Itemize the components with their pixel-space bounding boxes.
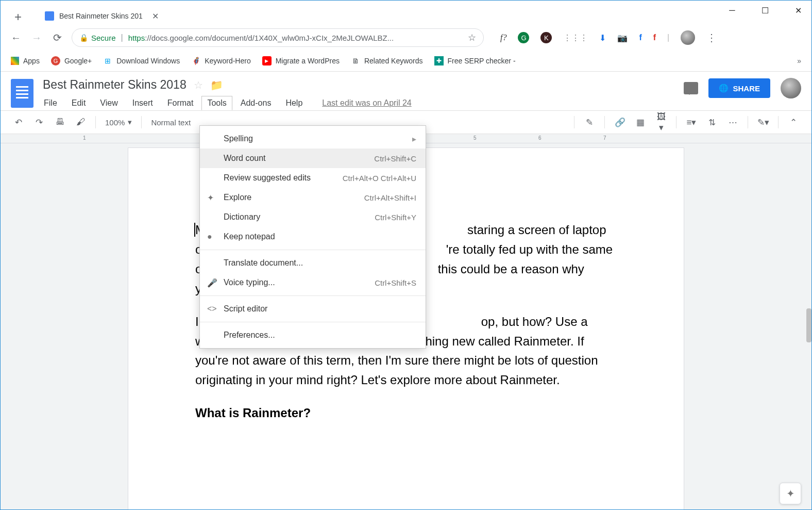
forward-button[interactable]: →: [30, 32, 43, 44]
reload-button[interactable]: ⟳: [51, 31, 63, 44]
youtube-icon: ▶: [262, 56, 272, 65]
bookmark-windows[interactable]: ⊞Download Windows: [103, 56, 180, 65]
menu-edit[interactable]: Edit: [71, 96, 87, 110]
menu-item-preferences-[interactable]: Preferences...: [200, 325, 426, 345]
align-icon[interactable]: ≡▾: [686, 117, 697, 128]
lock-icon: 🔒: [79, 34, 88, 42]
menu-bar: File Edit View Insert Format Tools Add-o…: [43, 96, 412, 110]
last-edit-link[interactable]: Last edit was on April 24: [322, 98, 411, 108]
bookmarks-bar: Apps GGoogle+ ⊞Download Windows 🦸Keyword…: [1, 50, 811, 72]
ext-grid-icon[interactable]: ⋮⋮⋮: [563, 33, 588, 43]
menu-item-review-suggested-edits[interactable]: Review suggested editsCtrl+Alt+O Ctrl+Al…: [200, 168, 426, 188]
bookmark-star-icon[interactable]: ☆: [468, 32, 476, 43]
ext-camera-icon[interactable]: 📷: [617, 33, 628, 43]
globe-icon: 🌐: [719, 84, 729, 93]
more-icon[interactable]: ⋯: [727, 117, 738, 128]
tab-title: Best Rainmeter Skins 201: [59, 12, 143, 20]
menu-format[interactable]: Format: [166, 96, 195, 110]
tab-favicon: [45, 11, 54, 21]
menu-addons[interactable]: Add-ons: [240, 96, 273, 110]
collapse-icon[interactable]: ⌃: [788, 117, 799, 128]
scrollbar-thumb[interactable]: [806, 308, 811, 342]
undo-icon[interactable]: ↶: [13, 117, 24, 128]
windows-icon: ⊞: [103, 56, 112, 65]
bookmark-apps[interactable]: Apps: [11, 57, 40, 65]
menu-item-dictionary[interactable]: DictionaryCtrl+Shift+Y: [200, 207, 426, 227]
bookmark-migrate[interactable]: ▶Migrate a WordPres: [262, 56, 340, 65]
serp-icon: ✚: [434, 56, 444, 65]
menu-item-script-editor[interactable]: <>Script editor: [200, 299, 426, 319]
extensions-row: f? G K ⋮⋮⋮ ⬇ 📷 f f | ⋮: [500, 30, 717, 45]
editing-mode-icon[interactable]: ✎▾: [757, 117, 769, 128]
ext-font-icon[interactable]: f?: [500, 33, 506, 42]
menu-item-keep-notepad[interactable]: ●Keep notepad: [200, 227, 426, 246]
share-button[interactable]: 🌐 SHARE: [708, 78, 770, 98]
menu-item-word-count[interactable]: Word countCtrl+Shift+C: [200, 149, 426, 168]
line-spacing-icon[interactable]: ⇅: [706, 117, 718, 128]
heading[interactable]: What is Rainmeter?: [195, 403, 617, 423]
file-icon: 🗎: [351, 56, 360, 65]
address-bar-row: ← → ⟳ 🔒 Secure | https://docs.google.com…: [1, 25, 811, 50]
bookmark-overflow-icon[interactable]: »: [797, 57, 801, 65]
secure-label: Secure: [91, 34, 116, 42]
bookmark-serp[interactable]: ✚Free SERP checker -: [434, 56, 516, 65]
link-icon[interactable]: 🔗: [614, 117, 625, 128]
omnibox[interactable]: 🔒 Secure | https://docs.google.com/docum…: [72, 28, 484, 47]
paint-format-icon[interactable]: 🖌: [75, 117, 86, 127]
docs-logo-icon[interactable]: [11, 79, 33, 108]
star-document-icon[interactable]: ☆: [194, 79, 203, 91]
image-insert-icon[interactable]: 🖼▾: [655, 112, 667, 133]
googleplus-icon: G: [51, 56, 60, 65]
ext-f-icon[interactable]: f: [653, 33, 656, 42]
ext-grammarly-icon[interactable]: G: [518, 32, 529, 43]
menu-insert[interactable]: Insert: [131, 96, 154, 110]
chevron-right-icon: ▸: [412, 134, 416, 144]
style-select[interactable]: Normal text: [151, 118, 191, 127]
chevron-down-icon: ▾: [128, 118, 132, 127]
hero-icon: 🦸: [191, 56, 200, 65]
comments-icon[interactable]: [684, 82, 698, 94]
menu-tools[interactable]: Tools: [201, 96, 232, 110]
menu-item-voice-typing-[interactable]: 🎤Voice typing...Ctrl+Shift+S: [200, 273, 426, 292]
profile-avatar-small[interactable]: [681, 30, 695, 45]
menu-item-spelling[interactable]: Spelling▸: [200, 129, 426, 149]
bookmark-googleplus[interactable]: GGoogle+: [51, 56, 92, 65]
comment-add-icon[interactable]: ▦: [635, 117, 646, 128]
ext-facebook-icon[interactable]: f: [639, 33, 641, 42]
ext-k-icon[interactable]: K: [540, 32, 552, 43]
maximize-button[interactable]: ☐: [756, 3, 774, 18]
back-button[interactable]: ←: [10, 32, 22, 44]
tab-close-icon[interactable]: ✕: [152, 11, 159, 21]
url-text: https://docs.google.com/document/d/1X40X…: [128, 34, 464, 42]
menu-help[interactable]: Help: [284, 96, 303, 110]
redo-icon[interactable]: ↷: [33, 117, 45, 128]
highlight-icon[interactable]: ✎: [584, 117, 595, 128]
bookmark-keyword-hero[interactable]: 🦸Keyword-Hero: [191, 56, 250, 65]
move-folder-icon[interactable]: 📁: [210, 79, 223, 91]
tab-strip: + Best Rainmeter Skins 201 ✕: [1, 1, 811, 25]
zoom-select[interactable]: 100%▾: [105, 118, 132, 127]
menu-view[interactable]: View: [99, 96, 119, 110]
print-icon[interactable]: 🖶: [54, 117, 65, 127]
docs-header: Best Rainmeter Skins 2018 ☆ 📁 File Edit …: [1, 72, 811, 110]
apps-icon: [11, 57, 19, 65]
bookmark-related[interactable]: 🗎Related Keywords: [351, 56, 423, 65]
menu-item-explore[interactable]: ✦ExploreCtrl+Alt+Shift+I: [200, 188, 426, 207]
ext-download-icon[interactable]: ⬇: [599, 33, 606, 43]
document-title[interactable]: Best Rainmeter Skins 2018: [43, 78, 187, 92]
minimize-button[interactable]: ─: [723, 3, 741, 18]
tools-dropdown: Spelling▸Word countCtrl+Shift+CReview su…: [199, 125, 426, 349]
chrome-menu-icon[interactable]: ⋮: [706, 31, 717, 44]
account-avatar[interactable]: [781, 78, 801, 98]
close-window-button[interactable]: ✕: [789, 3, 807, 18]
menu-file[interactable]: File: [43, 96, 58, 110]
new-tab-button[interactable]: +: [10, 9, 26, 25]
menu-item-translate-document-[interactable]: Translate document...: [200, 253, 426, 273]
browser-tab[interactable]: Best Rainmeter Skins 201 ✕: [38, 7, 166, 25]
explore-button[interactable]: ✦: [780, 483, 801, 504]
